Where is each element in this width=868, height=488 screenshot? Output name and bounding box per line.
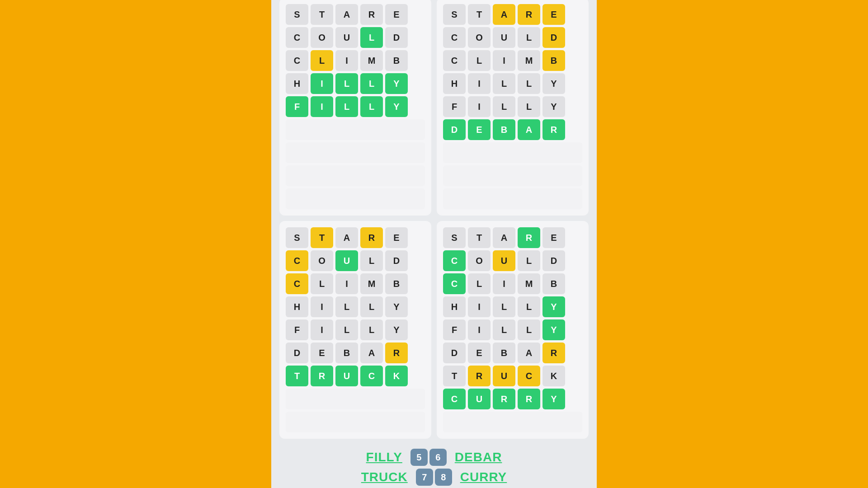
grid-cell: I — [468, 96, 491, 117]
word-row: COULD — [286, 27, 425, 48]
bottom-grids-row: STARECOULDCLIMBHILLYFILLYDEBARTRUCK STAR… — [279, 221, 589, 439]
grid-cell: R — [385, 343, 408, 363]
footer-word-truck[interactable]: TRUCK — [361, 470, 408, 484]
grid-cell: C — [443, 250, 466, 271]
grid-cell: R — [468, 366, 491, 386]
grid-cell: L — [493, 319, 515, 340]
grid-cell: L — [518, 96, 540, 117]
grid-cell: T — [311, 227, 333, 248]
grid-cell: I — [311, 296, 333, 317]
grid-bottom-right: STARECOULDCLIMBHILLYFILLYDEBARTRUCKCURRY — [437, 221, 589, 439]
grid-cell: C — [360, 366, 383, 386]
grid-cell: T — [311, 4, 333, 25]
score-badge-5: 5 — [410, 449, 428, 466]
grid-cell: R — [542, 119, 565, 140]
grid-cell: Y — [542, 73, 565, 94]
grid-cell: F — [443, 96, 466, 117]
grid-cell: A — [360, 343, 383, 363]
grid-cell: T — [468, 4, 491, 25]
grid-cell: L — [360, 319, 383, 340]
empty-row — [443, 188, 582, 209]
grid-cell: A — [518, 343, 540, 363]
grid-cell: F — [443, 319, 466, 340]
grid-cell: S — [286, 4, 308, 25]
empty-row — [286, 165, 425, 186]
footer-line-1: FILLY 5 6 DEBAR — [366, 449, 502, 466]
grid-cell: K — [385, 366, 408, 386]
grid-cell: H — [286, 73, 308, 94]
grid-cell: Y — [385, 296, 408, 317]
word-row: COULD — [443, 250, 582, 271]
grid-cell: S — [286, 227, 308, 248]
grid-cell: Y — [542, 96, 565, 117]
grid-cell: I — [468, 296, 491, 317]
grid-cell: T — [468, 227, 491, 248]
grid-cell: L — [468, 50, 491, 71]
grid-cell: U — [493, 250, 515, 271]
grid-cell: R — [518, 4, 540, 25]
grid-cell: I — [311, 319, 333, 340]
grid-cell: I — [335, 50, 358, 71]
grid-cell: D — [443, 119, 466, 140]
grid-cell: U — [468, 389, 491, 409]
grid-cell: B — [493, 343, 515, 363]
grid-cell: I — [468, 319, 491, 340]
grid-cell: L — [311, 273, 333, 294]
grid-cell: E — [311, 343, 333, 363]
grid-cell: C — [443, 389, 466, 409]
grid-cell: D — [286, 343, 308, 363]
grid-cell: A — [493, 227, 515, 248]
grid-cell: H — [286, 296, 308, 317]
empty-row — [286, 412, 425, 432]
grid-cell: B — [385, 50, 408, 71]
grid-cell: S — [443, 4, 466, 25]
footer-word-debar[interactable]: DEBAR — [455, 450, 502, 465]
word-row: FILLY — [443, 319, 582, 340]
word-row: DEBAR — [443, 343, 582, 363]
grid-cell: E — [542, 4, 565, 25]
word-row: CLIMB — [286, 50, 425, 71]
word-row: FILLY — [286, 96, 425, 117]
grid-cell: D — [542, 27, 565, 48]
empty-row — [286, 188, 425, 209]
grid-cell: C — [286, 273, 308, 294]
grid-cell: Y — [542, 389, 565, 409]
grid-cell: C — [443, 50, 466, 71]
word-row: DEBAR — [286, 343, 425, 363]
word-row: CURRY — [443, 389, 582, 409]
grid-cell: U — [335, 250, 358, 271]
footer-word-filly[interactable]: FILLY — [366, 450, 402, 465]
word-row: TRUCK — [443, 366, 582, 386]
grid-cell: F — [286, 96, 308, 117]
grid-cell: L — [360, 296, 383, 317]
grid-bottom-left: STARECOULDCLIMBHILLYFILLYDEBARTRUCK — [279, 221, 431, 439]
grid-cell: R — [311, 366, 333, 386]
grid-cell: I — [311, 96, 333, 117]
empty-row — [286, 389, 425, 409]
grid-cell: C — [443, 27, 466, 48]
empty-row — [443, 142, 582, 163]
grid-cell: I — [335, 273, 358, 294]
grid-cell: B — [385, 273, 408, 294]
grid-cell: A — [493, 4, 515, 25]
word-row: STARE — [443, 227, 582, 248]
grid-cell: L — [518, 296, 540, 317]
grid-cell: D — [443, 343, 466, 363]
grid-cell: C — [286, 50, 308, 71]
grid-cell: R — [518, 389, 540, 409]
grid-cell: O — [311, 27, 333, 48]
grid-cell: Y — [385, 96, 408, 117]
grid-cell: I — [468, 73, 491, 94]
score-badge-7: 7 — [416, 469, 433, 486]
footer-word-curry[interactable]: CURRY — [460, 470, 507, 484]
grid-cell: Y — [385, 319, 408, 340]
empty-row — [443, 165, 582, 186]
footer-bar: FILLY 5 6 DEBAR TRUCK 7 8 CURRY — [279, 444, 589, 488]
spacer-rows — [286, 119, 425, 209]
word-row: STARE — [443, 4, 582, 25]
grid-cell: B — [542, 273, 565, 294]
empty-row — [286, 119, 425, 140]
grid-cell: U — [493, 366, 515, 386]
grid-cell: Y — [385, 73, 408, 94]
grid-cell: O — [468, 27, 491, 48]
